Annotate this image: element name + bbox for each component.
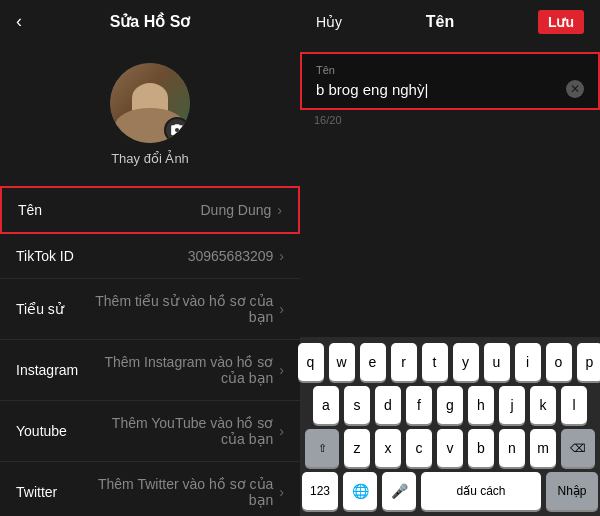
key-o[interactable]: o — [546, 343, 572, 381]
input-row: b brog eng nghỳ| ✕ — [316, 80, 584, 98]
menu-item-tiktok-id[interactable]: TikTok ID 30965683209 › — [0, 234, 300, 279]
clear-input-icon[interactable]: ✕ — [566, 80, 584, 98]
key-j[interactable]: j — [499, 386, 525, 424]
menu-value-ten: Dung Dung — [88, 202, 271, 218]
shift-key[interactable]: ⇧ — [305, 429, 339, 467]
chevron-icon-tiktok-id: › — [279, 248, 284, 264]
key-s[interactable]: s — [344, 386, 370, 424]
left-page-title: Sửa Hồ Sơ — [110, 12, 191, 31]
right-panel: Hủy Tên Lưu Tên b brog eng nghỳ| ✕ 16/20… — [300, 0, 600, 516]
chevron-icon-twitter: › — [279, 484, 284, 500]
avatar-section: Thay đổi Ảnh — [0, 43, 300, 176]
left-header: ‹ Sửa Hồ Sơ — [0, 0, 300, 43]
menu-value-tieu-su: Thêm tiểu sử vào hồ sơ của bạn — [86, 293, 273, 325]
right-page-title: Tên — [426, 13, 454, 31]
save-button[interactable]: Lưu — [538, 10, 584, 34]
key-t[interactable]: t — [422, 343, 448, 381]
menu-value-tiktok-id: 30965683209 — [86, 248, 273, 264]
backspace-key[interactable]: ⌫ — [561, 429, 595, 467]
menu-label-tieu-su: Tiểu sử — [16, 301, 86, 317]
space-key[interactable]: dấu cách — [421, 472, 541, 510]
menu-item-instagram[interactable]: Instagram Thêm Instagram vào hồ sơ của b… — [0, 340, 300, 401]
cancel-button[interactable]: Hủy — [316, 14, 342, 30]
key-m[interactable]: m — [530, 429, 556, 467]
menu-item-youtube[interactable]: Youtube Thêm YouTube vào hồ sơ của bạn › — [0, 401, 300, 462]
key-k[interactable]: k — [530, 386, 556, 424]
key-h[interactable]: h — [468, 386, 494, 424]
menu-label-instagram: Instagram — [16, 362, 86, 378]
key-x[interactable]: x — [375, 429, 401, 467]
mic-key[interactable]: 🎤 — [382, 472, 416, 510]
menu-list: Tên Dung Dung › TikTok ID 30965683209 › … — [0, 186, 300, 516]
avatar[interactable] — [110, 63, 190, 143]
chevron-icon-tieu-su: › — [279, 301, 284, 317]
num-key[interactable]: 123 — [302, 472, 338, 510]
key-d[interactable]: d — [375, 386, 401, 424]
menu-value-twitter: Thêm Twitter vào hồ sơ của bạn — [86, 476, 273, 508]
enter-key[interactable]: Nhập — [546, 472, 598, 510]
back-icon[interactable]: ‹ — [16, 11, 22, 32]
menu-value-youtube: Thêm YouTube vào hồ sơ của bạn — [86, 415, 273, 447]
key-q[interactable]: q — [298, 343, 324, 381]
menu-label-tiktok-id: TikTok ID — [16, 248, 86, 264]
right-header: Hủy Tên Lưu — [300, 0, 600, 44]
menu-label-youtube: Youtube — [16, 423, 86, 439]
key-u[interactable]: u — [484, 343, 510, 381]
key-g[interactable]: g — [437, 386, 463, 424]
key-z[interactable]: z — [344, 429, 370, 467]
key-p[interactable]: p — [577, 343, 601, 381]
key-i[interactable]: i — [515, 343, 541, 381]
keyboard-row-2: a s d f g h j k l — [304, 386, 596, 424]
key-f[interactable]: f — [406, 386, 432, 424]
keyboard-spacer — [300, 130, 600, 337]
key-y[interactable]: y — [453, 343, 479, 381]
name-input-section[interactable]: Tên b brog eng nghỳ| ✕ — [300, 52, 600, 110]
key-e[interactable]: e — [360, 343, 386, 381]
menu-item-ten[interactable]: Tên Dung Dung › — [0, 186, 300, 234]
keyboard-bottom-row: 123 🌐 🎤 dấu cách Nhập — [304, 472, 596, 510]
input-label: Tên — [316, 64, 584, 76]
chevron-icon-instagram: › — [279, 362, 284, 378]
menu-label-twitter: Twitter — [16, 484, 86, 500]
key-l[interactable]: l — [561, 386, 587, 424]
char-count: 16/20 — [300, 110, 600, 130]
key-v[interactable]: v — [437, 429, 463, 467]
change-photo-label[interactable]: Thay đổi Ảnh — [111, 151, 189, 166]
name-text-input[interactable]: b brog eng nghỳ| — [316, 81, 566, 98]
key-a[interactable]: a — [313, 386, 339, 424]
keyboard-row-3: ⇧ z x c v b n m ⌫ — [304, 429, 596, 467]
key-b[interactable]: b — [468, 429, 494, 467]
key-r[interactable]: r — [391, 343, 417, 381]
camera-overlay[interactable] — [164, 117, 190, 143]
key-n[interactable]: n — [499, 429, 525, 467]
camera-icon — [170, 123, 184, 137]
chevron-icon-youtube: › — [279, 423, 284, 439]
chevron-icon-ten: › — [277, 202, 282, 218]
keyboard: q w e r t y u i o p a s d f g h j k l ⇧ … — [300, 337, 600, 516]
left-panel: ‹ Sửa Hồ Sơ Thay đổi Ảnh Tên Dung Dung ›… — [0, 0, 300, 516]
menu-value-instagram: Thêm Instagram vào hồ sơ của bạn — [86, 354, 273, 386]
menu-item-tieu-su[interactable]: Tiểu sử Thêm tiểu sử vào hồ sơ của bạn › — [0, 279, 300, 340]
menu-label-ten: Tên — [18, 202, 88, 218]
keyboard-row-1: q w e r t y u i o p — [304, 343, 596, 381]
menu-item-twitter[interactable]: Twitter Thêm Twitter vào hồ sơ của bạn › — [0, 462, 300, 516]
key-c[interactable]: c — [406, 429, 432, 467]
globe-key[interactable]: 🌐 — [343, 472, 377, 510]
key-w[interactable]: w — [329, 343, 355, 381]
